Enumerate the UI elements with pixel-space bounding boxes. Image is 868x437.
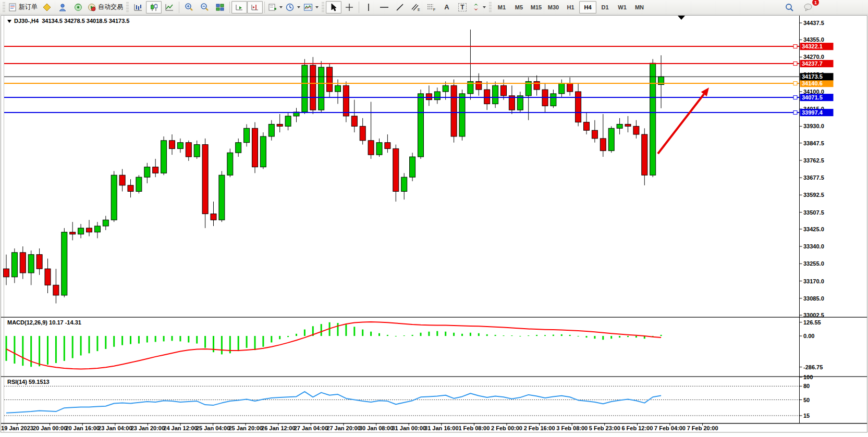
search-button[interactable] [781,1,797,14]
text-a-glyph: A [444,3,449,11]
chevron-down-icon [279,6,283,8]
candle-body [351,116,357,127]
price-badge-label: 34071.5 [802,94,823,101]
candle-body [633,126,639,134]
equidistant-channel-button[interactable]: E [408,1,423,14]
time-tick-label: 23 Jan 04:00 [98,425,132,431]
chart-symbol-period: DJ30-,H4 [14,18,39,24]
new-order-label: 新订单 [19,3,38,11]
horizontal-line-icon [380,3,389,11]
text-button[interactable]: A [439,1,455,14]
candle-body [493,85,498,104]
candle-body [244,128,250,142]
candle-body [161,141,167,173]
timeframe-m1-button[interactable]: M1 [493,1,510,14]
candle-body [87,228,92,232]
notifications-button[interactable]: 1 [800,1,816,14]
timeframe-h4-button[interactable]: H4 [579,1,596,14]
price-tick-label: 33930.0 [803,123,824,129]
crosshair-button[interactable] [341,1,357,14]
timeframe-m30-button[interactable]: M30 [545,1,562,14]
new-order-button[interactable]: 新订单 [7,1,39,14]
periods-button[interactable] [284,1,302,14]
price-badge-label: 34140.6 [802,80,823,86]
indicators-icon [303,3,313,11]
candle-body [186,143,191,157]
timeframe-h1-button[interactable]: H1 [562,1,579,14]
main-macd-separator [1,317,867,318]
toolbar-grip[interactable] [3,2,5,13]
market-watch-button[interactable] [39,1,55,14]
chevron-down-icon [297,6,300,8]
price-tick-label: 33677.5 [803,174,824,181]
auto-scroll-button[interactable] [231,1,247,14]
candle-body [617,124,622,128]
line-handle [793,45,797,48]
candle-body [78,228,84,234]
toolbar-grip[interactable] [489,2,492,13]
candlestick-chart-button[interactable] [146,1,162,14]
line-chart-button[interactable] [162,1,177,14]
new-chart-button[interactable] [266,1,284,14]
time-tick-label: 31 Jan 00:00 [392,425,425,431]
line-handle [793,96,797,99]
timeframe-m15-button[interactable]: M15 [528,1,545,14]
fibonacci-button[interactable]: F [423,1,439,14]
candle-body [45,269,51,285]
time-tick-label: 7 Feb 20:00 [687,425,718,431]
time-tick-label: 30 Jan 08:00 [359,425,393,431]
time-tick-label: 26 Jan 12:00 [261,425,295,431]
timeframe-w1-button[interactable]: W1 [614,1,631,14]
horizontal-line-button[interactable] [376,1,392,14]
time-tick-label: 25 Jan 04:00 [196,425,230,431]
arrows-tool-button[interactable] [470,1,487,14]
candle-body [153,167,158,173]
candle-body [319,67,324,110]
candle-body [551,94,556,106]
toolbar-grip[interactable] [126,2,129,13]
vertical-line-button[interactable] [361,1,376,14]
candle-body [169,141,175,149]
chart-shift-icon [250,3,260,11]
price-tick-label: 34437.5 [803,20,824,26]
time-tick-label: 20 Jan 00:00 [33,425,67,431]
text-label-button[interactable]: T [455,1,470,14]
time-tick-label: 27 Jan 20:00 [326,425,360,431]
zoom-in-button[interactable] [181,1,197,14]
candle-body [600,139,606,151]
time-tick-label: 31 Jan 16:00 [424,425,458,431]
toolbar-grip[interactable] [322,2,324,13]
candle-body [236,143,241,153]
tile-windows-button[interactable] [212,1,228,14]
equidistant-channel-icon: E [411,3,420,11]
symbol-dropdown-icon[interactable] [7,20,11,23]
candle-body [285,116,291,127]
strategy-tester-button[interactable] [70,1,86,14]
auto-trading-button[interactable]: 自动交易 [86,1,125,14]
timeframe-mn-button[interactable]: MN [631,1,648,14]
candle-body [11,253,17,277]
zoom-out-button[interactable] [197,1,212,14]
candle-body [443,85,448,92]
candle-body [501,85,507,96]
data-window-button[interactable] [55,1,70,14]
toolbar-separator [179,2,179,13]
crosshair-icon [345,3,353,11]
arrows-tool-icon [472,3,480,11]
candle-body [211,214,216,220]
candle-body [119,175,125,185]
cursor-button[interactable] [326,1,341,14]
candle-body [302,65,308,112]
indicators-button[interactable] [302,1,320,14]
chart-shift-button[interactable] [247,1,263,14]
candle-body [219,175,225,220]
macd-tick-label: -286.75 [803,364,823,370]
bar-chart-button[interactable] [130,1,146,14]
timeframe-d1-button[interactable]: D1 [596,1,614,14]
trendline-button[interactable] [392,1,408,14]
price-chart-canvas[interactable]: 34437.534355.034270.034185.034100.034015… [0,0,868,437]
main-toolbar: 新订单 自动交易 [0,0,868,15]
rsi-level-label: 15 [803,413,810,419]
price-tick-label: 33762.5 [803,157,824,164]
timeframe-m5-button[interactable]: M5 [510,1,528,14]
